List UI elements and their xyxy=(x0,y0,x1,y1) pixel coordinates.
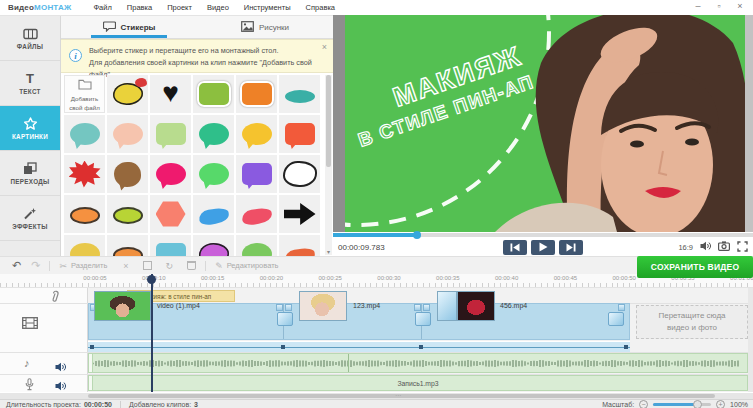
video-preview: МАКИЯЖ В СТИЛЕ ПИН-АП xyxy=(345,15,745,232)
sticker-7[interactable] xyxy=(107,115,148,153)
sidebar-item-pictures[interactable]: КАРТИНКИ xyxy=(0,106,60,151)
playhead[interactable] xyxy=(151,274,153,392)
snapshot-icon[interactable] xyxy=(718,241,730,253)
clip-thumbnail[interactable] xyxy=(437,291,457,321)
zoom-in-button[interactable]: + xyxy=(716,400,725,408)
menu-item-2[interactable]: Правка xyxy=(127,3,152,12)
sticker-15[interactable] xyxy=(193,155,234,193)
zoom-slider-knob[interactable] xyxy=(693,400,702,408)
playhead-head[interactable] xyxy=(147,275,156,284)
sticker-13[interactable] xyxy=(107,155,148,193)
clip-name[interactable]: 456.mp4 xyxy=(500,302,527,309)
sticker-6[interactable] xyxy=(64,115,105,153)
next-frame-button[interactable] xyxy=(559,240,583,255)
sidebar-item-files[interactable]: ФАЙЛЫ xyxy=(0,16,60,61)
seek-bar[interactable] xyxy=(333,233,753,237)
clip-thumbnail[interactable] xyxy=(94,291,151,321)
previous-frame-button[interactable] xyxy=(503,240,527,255)
sticker-20[interactable] xyxy=(150,195,191,233)
sticker-1[interactable] xyxy=(107,75,148,113)
sticker-11[interactable] xyxy=(279,115,320,153)
sticker-16[interactable] xyxy=(236,155,277,193)
envelope-node[interactable] xyxy=(281,345,285,349)
timeline-vertical-scrollbar[interactable] xyxy=(748,288,753,392)
save-video-button[interactable]: СОХРАНИТЬ ВИДЕО xyxy=(637,256,753,278)
files-icon xyxy=(23,26,38,41)
tab-stickers[interactable]: Стикеры xyxy=(61,16,197,38)
envelope-node[interactable] xyxy=(624,345,628,349)
sticker-3[interactable] xyxy=(193,75,234,113)
audio-clip-name[interactable]: Запись1.mp3 xyxy=(397,380,438,387)
sticker-17[interactable] xyxy=(279,155,320,193)
info-close-icon[interactable]: × xyxy=(322,42,327,52)
sticker-8[interactable] xyxy=(150,115,191,153)
sticker-23[interactable] xyxy=(279,195,320,233)
envelope-node[interactable] xyxy=(90,345,94,349)
menu-item-1[interactable]: Файл xyxy=(93,3,111,12)
clip-handle[interactable] xyxy=(618,304,625,311)
sidebar-item-text[interactable]: TТЕКСТ xyxy=(0,61,60,106)
volume-icon[interactable] xyxy=(700,241,711,253)
clip-name[interactable]: video (1).mp4 xyxy=(157,302,200,309)
sticker-shape-speech xyxy=(199,123,229,145)
zoom-out-button[interactable]: − xyxy=(639,400,648,408)
scroll-down-icon[interactable]: ▾ xyxy=(325,248,332,255)
transition-handle[interactable] xyxy=(285,304,292,311)
sticker-22[interactable] xyxy=(236,195,277,233)
sticker-shape-scribble xyxy=(114,162,141,187)
transition-handle[interactable] xyxy=(423,304,430,311)
menu-item-3[interactable]: Проект xyxy=(167,3,192,12)
play-button[interactable] xyxy=(531,240,555,255)
transition-handle[interactable] xyxy=(414,304,421,311)
sticker-18[interactable] xyxy=(64,195,105,233)
menu-item-5[interactable]: Инструменты xyxy=(244,3,291,12)
transition-icon[interactable] xyxy=(277,312,293,326)
transition-icon[interactable] xyxy=(608,312,624,326)
sticker-10[interactable] xyxy=(236,115,277,153)
sidebar-item-effects[interactable]: ЭФФЕКТЫ xyxy=(0,196,60,241)
sticker-5[interactable] xyxy=(279,75,320,113)
sticker-21[interactable] xyxy=(193,195,234,233)
volume-envelope-line[interactable] xyxy=(88,347,630,348)
clip-thumbnail[interactable] xyxy=(457,291,495,321)
sticker-24[interactable] xyxy=(64,235,105,256)
scrollbar-thumb[interactable] xyxy=(326,75,331,167)
sticker-19[interactable] xyxy=(107,195,148,233)
transition-icon[interactable] xyxy=(415,312,431,326)
music-track[interactable] xyxy=(88,353,748,373)
sticker-26[interactable] xyxy=(150,235,191,256)
sticker-27[interactable] xyxy=(193,235,234,256)
sticker-2[interactable]: ♥ xyxy=(150,75,191,113)
minimize-icon[interactable]: – xyxy=(693,1,703,12)
menu-item-6[interactable]: Справка xyxy=(306,3,335,12)
video-audio-envelope[interactable] xyxy=(88,341,630,352)
clip-thumbnail[interactable] xyxy=(299,291,347,321)
sticker-9[interactable] xyxy=(193,115,234,153)
track-handle[interactable] xyxy=(89,376,93,390)
clip-name[interactable]: 123.mp4 xyxy=(353,302,380,309)
drop-zone[interactable]: Перетащите сюда видео и фото xyxy=(636,305,748,339)
aspect-ratio-label[interactable]: 16:9 xyxy=(678,243,693,252)
sticker-28[interactable] xyxy=(236,235,277,256)
zoom-slider[interactable] xyxy=(653,403,711,406)
add-file-button[interactable]: Добавить свой файл xyxy=(64,75,105,113)
sticker-12[interactable] xyxy=(64,155,105,193)
panel-scrollbar[interactable]: ▾ xyxy=(325,75,332,255)
music-volume-icon[interactable] xyxy=(55,358,66,376)
sticker-29[interactable] xyxy=(279,235,320,256)
envelope-node[interactable] xyxy=(419,345,423,349)
maximize-icon[interactable]: ▫ xyxy=(714,1,724,12)
undo-icon[interactable]: ↶ xyxy=(12,259,21,272)
sticker-14[interactable] xyxy=(150,155,191,193)
fullscreen-icon[interactable] xyxy=(737,241,748,254)
tab-drawings[interactable]: Рисунки xyxy=(197,16,333,38)
sticker-25[interactable] xyxy=(107,235,148,256)
toolbar-divider xyxy=(205,261,206,271)
rotate-icon: ↻ xyxy=(166,261,174,271)
sidebar-item-transitions[interactable]: ПЕРЕХОДЫ xyxy=(0,151,60,196)
close-icon[interactable]: × xyxy=(735,1,745,12)
voice-track[interactable]: Запись1.mp3 xyxy=(88,375,748,391)
transition-handle[interactable] xyxy=(276,304,283,311)
menu-item-4[interactable]: Видео xyxy=(207,3,229,12)
sticker-4[interactable] xyxy=(236,75,277,113)
